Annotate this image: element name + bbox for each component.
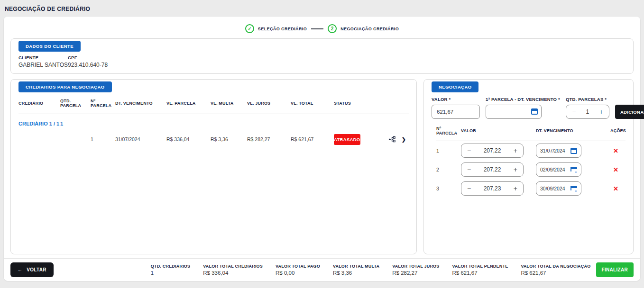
col-vl-parcela: VL. PARCELA — [166, 101, 211, 106]
qtd-parcelas-label: QTD. PARCELAS * — [566, 97, 609, 102]
col-valor: VALOR — [461, 128, 536, 133]
crediarios-badge: CREDIÁRIOS PARA NEGOCIAÇÃO — [18, 81, 112, 92]
date-value: 30/09/2024 — [540, 186, 565, 191]
client-cpf-field: CPF 923.410.640-78 — [68, 55, 115, 68]
total-valor-crediarios: VALOR TOTAL CRÉDIÁRIOS R$ 336,04 — [203, 264, 263, 276]
row-numero: 3 — [436, 186, 461, 191]
parcela-vl-total: R$ 621,67 — [291, 136, 334, 142]
remove-row-icon[interactable]: ✕ — [613, 147, 618, 154]
col-qtd-parcela: QTD. PARCELA — [60, 99, 91, 108]
col-vl-total: VL. TOTAL — [291, 101, 334, 106]
totals-summary: QTD. CREDIÁRIOS 1 VALOR TOTAL CRÉDIÁRIOS… — [151, 264, 591, 276]
qtd-parcelas-stepper: − 1 + — [566, 105, 609, 119]
step-negociacao-crediario[interactable]: 2 NEGOCIAÇÃO CREDIÁRIO — [328, 24, 399, 33]
crediario-group-label: CREDIÁRIO 1 / 1 — [18, 121, 60, 126]
minus-icon[interactable]: − — [571, 108, 577, 115]
col-dt-vencimento: DT. VENCIMENTO — [115, 101, 166, 106]
total-qtd-crediarios: QTD. CREDIÁRIOS 1 — [151, 264, 191, 276]
client-name-label: CLIENTE — [18, 55, 68, 60]
minus-icon[interactable]: − — [466, 147, 472, 154]
valor-input[interactable] — [432, 105, 480, 119]
minus-icon[interactable]: − — [466, 185, 472, 192]
step-selecao-crediario[interactable]: ✓ SELEÇÃO CREDIÁRIO — [245, 24, 307, 33]
client-name-value: GABRIEL SANTOS — [18, 62, 68, 68]
date-value: 02/09/2024 — [540, 167, 565, 172]
valor-label: VALOR * — [432, 97, 480, 102]
negotiation-row: 1 − 207,22 + 31/07/2024 — [436, 141, 626, 160]
wizard-stepper: ✓ SELEÇÃO CREDIÁRIO 2 NEGOCIAÇÃO CREDIÁR… — [4, 17, 640, 36]
negotiation-panel: NEGOCIAÇÃO VALOR * 1ª PARCELA - DT. VENC… — [423, 79, 634, 254]
parcela-vl-parcela: R$ 336,04 — [166, 136, 211, 142]
date-picker[interactable]: 31/07/2024 — [536, 144, 581, 158]
negotiation-table: Nº PARCELA VALOR DT. VENCIMENTO AÇÕES 1 … — [432, 126, 626, 198]
parcela-vl-juros: R$ 282,27 — [247, 136, 291, 142]
valor-value: 207,22 — [484, 166, 501, 173]
parcela-numero: 1 — [91, 136, 115, 142]
client-name-field: CLIENTE GABRIEL SANTOS — [18, 55, 68, 68]
calendar-icon — [570, 167, 577, 173]
footer-bar: ← VOLTAR QTD. CREDIÁRIOS 1 VALOR TOTAL C… — [4, 258, 640, 281]
remove-row-icon[interactable]: ✕ — [613, 185, 618, 192]
installments-tree-icon[interactable] — [388, 136, 396, 143]
status-badge: ATRASADO — [334, 134, 360, 145]
total-valor-pago: VALOR TOTAL PAGO R$ 0,00 — [276, 264, 320, 276]
parcela-row: 1 31/07/2024 R$ 336,04 R$ 3,36 R$ 282,27… — [18, 129, 409, 149]
row-numero: 1 — [436, 148, 461, 153]
client-fields: CLIENTE GABRIEL SANTOS CPF 923.410.640-7… — [18, 55, 626, 68]
total-valor-negociacao: VALOR TOTAL DA NEGOCIAÇÃO R$ 621,67 — [521, 264, 590, 276]
crediarios-panel: CREDIÁRIOS PARA NEGOCIAÇÃO CREDIÁRIO QTD… — [10, 79, 417, 254]
col-vl-multa: VL. MULTA — [211, 101, 247, 106]
minus-icon[interactable]: − — [466, 166, 472, 173]
qtd-parcelas-field: QTD. PARCELAS * − 1 + — [566, 97, 609, 119]
valor-stepper: − 207,22 + — [461, 162, 524, 177]
total-valor-multa: VALOR TOTAL MULTA R$ 3,36 — [333, 264, 379, 276]
total-valor-juros: VALOR TOTAL JUROS R$ 282,27 — [392, 264, 439, 276]
crediario-group-row[interactable]: CREDIÁRIO 1 / 1 1 — [18, 114, 409, 129]
parcela-vl-multa: R$ 3,36 — [211, 136, 247, 142]
row-numero: 2 — [436, 167, 461, 172]
date-picker[interactable]: 02/09/2024 — [536, 162, 581, 177]
date-value: 31/07/2024 — [540, 148, 565, 153]
remove-row-icon[interactable]: ✕ — [613, 166, 618, 173]
plus-icon[interactable]: + — [513, 166, 518, 173]
adicionar-button[interactable]: ADICIONAR — [615, 105, 644, 119]
chevron-right-icon[interactable]: ❯ — [402, 136, 406, 143]
voltar-label: VOLTAR — [27, 267, 46, 272]
col-acoes: AÇÕES — [609, 128, 626, 133]
negotiation-table-header: Nº PARCELA VALOR DT. VENCIMENTO AÇÕES — [436, 126, 626, 141]
negotiation-row: 3 − 207,23 + 30/09/2024 — [436, 179, 626, 198]
negotiation-row: 2 − 207,22 + 02/09/2024 — [436, 160, 626, 179]
client-cpf-label: CPF — [68, 55, 115, 60]
client-data-badge: DADOS DO CLIENTE — [18, 41, 81, 52]
plus-icon[interactable]: + — [598, 108, 604, 115]
content-panels: CREDIÁRIOS PARA NEGOCIAÇÃO CREDIÁRIO QTD… — [10, 79, 634, 254]
col-status: STATUS — [334, 101, 381, 106]
voltar-button[interactable]: ← VOLTAR — [10, 262, 54, 277]
col-crediario: CREDIÁRIO — [18, 101, 60, 106]
valor-stepper: − 207,23 + — [461, 181, 524, 196]
negotiation-badge: NEGOCIAÇÃO — [432, 81, 478, 92]
valor-stepper: − 207,22 + — [461, 144, 524, 158]
main-card: ✓ SELEÇÃO CREDIÁRIO 2 NEGOCIAÇÃO CREDIÁR… — [4, 17, 640, 281]
crediarios-table: CREDIÁRIO QTD. PARCELA Nº PARCELA DT. VE… — [18, 97, 409, 149]
calendar-icon[interactable] — [531, 108, 538, 115]
calendar-icon — [570, 148, 577, 154]
check-circle-icon: ✓ — [245, 24, 254, 33]
plus-icon[interactable]: + — [513, 147, 518, 154]
step-connector — [311, 28, 323, 29]
total-valor-pendente: VALOR TOTAL PENDENTE R$ 621,67 — [452, 264, 508, 276]
crediarios-table-header: CREDIÁRIO QTD. PARCELA Nº PARCELA DT. VE… — [18, 97, 409, 114]
valor-value: 207,23 — [484, 185, 501, 192]
primeira-parcela-label: 1ª PARCELA - DT. VENCIMENTO * — [486, 97, 560, 102]
date-picker[interactable]: 30/09/2024 — [536, 181, 581, 196]
primeira-parcela-field: 1ª PARCELA - DT. VENCIMENTO * — [486, 97, 560, 119]
page-title: NEGOCIAÇÃO DE CREDIÁRIO — [5, 6, 639, 12]
arrow-left-icon: ← — [18, 267, 22, 272]
step-label: NEGOCIAÇÃO CREDIÁRIO — [340, 27, 399, 31]
col-n-parcela: Nº PARCELA — [91, 99, 115, 108]
plus-icon[interactable]: + — [513, 185, 518, 192]
crediario-group-qtd: 1 — [60, 121, 91, 126]
col-dt-vencimento: DT. VENCIMENTO — [536, 128, 609, 133]
finalizar-button[interactable]: FINALIZAR — [596, 262, 634, 277]
parcela-dt-vencimento: 31/07/2024 — [115, 136, 166, 142]
